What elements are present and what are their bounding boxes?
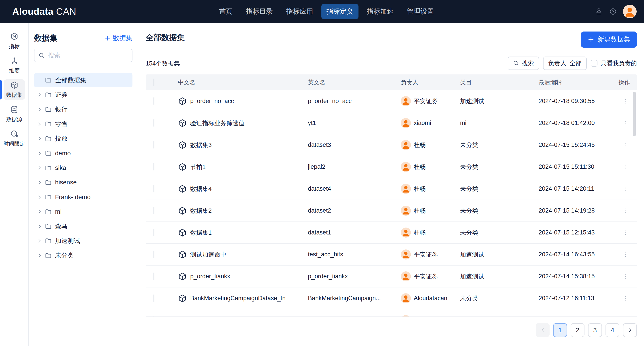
pagination-next-button[interactable]: [623, 323, 637, 337]
pagination-page-button[interactable]: 3: [588, 323, 602, 337]
add-dataset-button[interactable]: 数据集: [104, 34, 132, 43]
tree-item[interactable]: hisense: [34, 175, 132, 190]
help-icon[interactable]: [609, 7, 617, 15]
rail-item-datasources[interactable]: 数据源: [4, 104, 25, 124]
row-checkbox[interactable]: [154, 97, 154, 105]
tree-item[interactable]: 投放: [34, 131, 132, 146]
select-all-checkbox[interactable]: [154, 78, 154, 86]
only-mine-filter[interactable]: 只看我负责的: [591, 59, 637, 67]
nav-item[interactable]: 指标加速: [362, 4, 399, 19]
chevron-right-icon[interactable]: [37, 253, 45, 258]
chevron-right-icon[interactable]: [37, 121, 45, 127]
table-row[interactable]: 节拍1 jiepai2 杜畅 未分类 2024-07-15 15:11:30: [146, 156, 637, 178]
tree-item[interactable]: 加速测试: [34, 234, 132, 248]
tree-item[interactable]: Frank- demo: [34, 190, 132, 204]
only-mine-checkbox[interactable]: [591, 60, 598, 67]
chevron-right-icon[interactable]: [37, 165, 45, 171]
tree-item[interactable]: 证券: [34, 87, 132, 102]
dataset-cn-name[interactable]: 数据集4: [190, 185, 212, 193]
row-actions-kebab-icon[interactable]: [621, 272, 630, 281]
table-row[interactable]: 测试加速命中 test_acc_hits 平安证券 加速测试 2024-07-1…: [146, 244, 637, 266]
approval-stamp-icon[interactable]: [595, 7, 603, 16]
table-row[interactable]: 数据集1 dataset1 杜畅 未分类 2024-07-15 12:15:43: [146, 222, 637, 244]
table-row[interactable]: p_order_no_acc p_order_no_acc 平安证券 加速测试 …: [146, 90, 637, 112]
tree-item[interactable]: mi: [34, 204, 132, 219]
nav-item[interactable]: 指标应用: [281, 4, 318, 19]
owner-filter-button[interactable]: 负责人 全部: [543, 57, 587, 70]
create-dataset-button[interactable]: 新建数据集: [581, 31, 637, 48]
pagination-prev-button[interactable]: [536, 323, 550, 337]
search-button[interactable]: 搜索: [508, 57, 539, 70]
row-checkbox[interactable]: [154, 141, 154, 149]
row-checkbox[interactable]: [154, 316, 154, 317]
nav-item[interactable]: 首页: [214, 4, 238, 19]
row-actions-kebab-icon[interactable]: [621, 119, 630, 128]
row-checkbox[interactable]: [154, 119, 154, 127]
table-row[interactable]: BankMarketingCampaignDatase_tn BankMarke…: [146, 309, 637, 317]
chevron-right-icon[interactable]: [37, 136, 45, 142]
user-avatar[interactable]: [623, 5, 636, 18]
logo[interactable]: Aloudata CAN: [12, 0, 76, 23]
row-actions-kebab-icon[interactable]: [621, 162, 630, 172]
rail-item-time-limit[interactable]: 时间限定: [4, 128, 25, 149]
dataset-cn-name[interactable]: p_order_tiankx: [190, 273, 230, 280]
table-row[interactable]: 数据集3 dataset3 杜畅 未分类 2024-07-15 15:24:45: [146, 134, 637, 156]
chevron-right-icon[interactable]: [37, 223, 45, 229]
chevron-right-icon[interactable]: [37, 194, 45, 200]
chevron-right-icon[interactable]: [37, 179, 45, 185]
chevron-right-icon[interactable]: [37, 106, 45, 112]
dataset-cn-name[interactable]: 验证指标业务筛选值: [190, 119, 244, 127]
tree-item[interactable]: demo: [34, 146, 132, 161]
pagination-page-button[interactable]: 1: [553, 323, 567, 337]
nav-item[interactable]: 管理设置: [402, 4, 439, 19]
table-row[interactable]: 验证指标业务筛选值 yt1 xiaomi mi 2024-07-18 01:42…: [146, 112, 637, 134]
row-actions-kebab-icon[interactable]: [621, 97, 630, 106]
table-row[interactable]: 数据集4 dataset4 杜畅 未分类 2024-07-15 14:20:11: [146, 178, 637, 200]
dataset-cn-name[interactable]: 数据集1: [190, 229, 212, 237]
table-row[interactable]: 数据集2 dataset2 杜畅 未分类 2024-07-15 14:19:28: [146, 200, 637, 222]
nav-item[interactable]: 指标定义: [321, 4, 358, 19]
row-checkbox[interactable]: [154, 229, 154, 236]
dataset-cn-name[interactable]: 测试加速命中: [190, 251, 226, 259]
dataset-cn-name[interactable]: 节拍1: [190, 163, 206, 171]
row-checkbox[interactable]: [154, 272, 154, 280]
pagination-page-button[interactable]: 4: [606, 323, 620, 337]
tree-item[interactable]: 未分类: [34, 248, 132, 263]
row-actions-kebab-icon[interactable]: [621, 250, 630, 259]
row-actions-kebab-icon[interactable]: [621, 140, 630, 150]
chevron-right-icon[interactable]: [37, 151, 45, 156]
table-row[interactable]: BankMarketingCampaignDatase_tn BankMarke…: [146, 287, 637, 309]
nav-item[interactable]: 指标目录: [241, 4, 278, 19]
tree-item[interactable]: 森马: [34, 219, 132, 234]
pagination-page-button[interactable]: 2: [570, 323, 584, 337]
dataset-cn-name[interactable]: 数据集2: [190, 207, 212, 215]
dataset-cn-name[interactable]: 数据集3: [190, 141, 212, 149]
row-actions-kebab-icon[interactable]: [621, 184, 630, 193]
tree-item[interactable]: sika: [34, 161, 132, 175]
row-actions-kebab-icon[interactable]: [621, 316, 630, 317]
chevron-right-icon[interactable]: [37, 238, 45, 244]
row-checkbox[interactable]: [154, 294, 154, 302]
rail-item-datasets[interactable]: 数据集: [4, 79, 25, 100]
rail-item-metrics[interactable]: 指标: [4, 31, 25, 51]
folder-icon: [45, 179, 52, 186]
dataset-cn-name[interactable]: p_order_no_acc: [190, 98, 234, 105]
row-actions-kebab-icon[interactable]: [621, 228, 630, 237]
tree-item[interactable]: 全部数据集: [34, 73, 132, 87]
tree-item[interactable]: 零售: [34, 117, 132, 131]
row-checkbox[interactable]: [154, 251, 154, 258]
table-row[interactable]: p_order_tiankx p_order_tiankx 平安证券 加速测试 …: [146, 266, 637, 287]
dataset-en-name: test_acc_hits: [298, 251, 392, 258]
dataset-cn-name[interactable]: BankMarketingCampaignDatase_tn: [190, 295, 286, 302]
row-checkbox[interactable]: [154, 185, 154, 192]
chevron-right-icon[interactable]: [37, 209, 45, 215]
table-scrollbar-thumb[interactable]: [633, 92, 636, 136]
row-checkbox[interactable]: [154, 207, 154, 214]
tree-item[interactable]: 银行: [34, 102, 132, 117]
sidebar-search-input[interactable]: [48, 52, 129, 59]
row-actions-kebab-icon[interactable]: [621, 294, 630, 303]
rail-item-dimensions[interactable]: 维度: [4, 55, 25, 76]
row-checkbox[interactable]: [154, 163, 154, 171]
row-actions-kebab-icon[interactable]: [621, 206, 630, 215]
chevron-right-icon[interactable]: [37, 92, 45, 98]
